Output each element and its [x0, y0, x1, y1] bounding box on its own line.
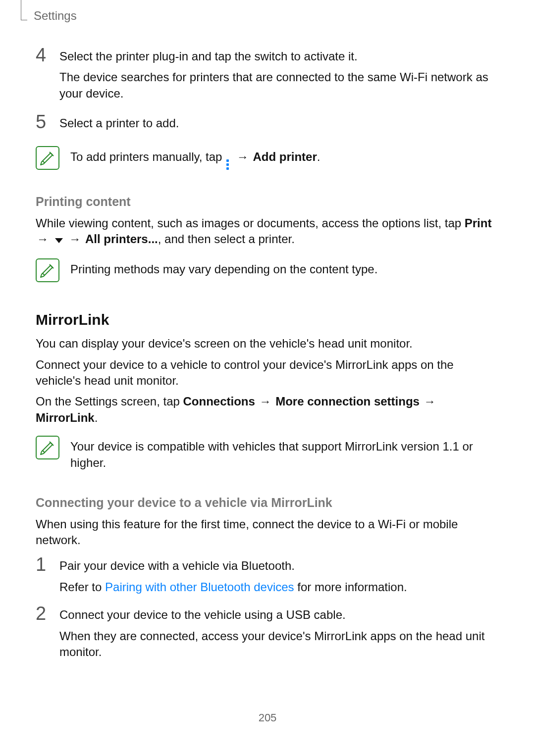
- page-number: 205: [0, 710, 535, 725]
- text: On the Settings screen, tap: [36, 395, 183, 408]
- page-header: Settings: [36, 0, 499, 30]
- text: .: [317, 150, 321, 163]
- step-4: 4 Select the printer plug-in and tap the…: [36, 49, 499, 101]
- step-text: Connect your device to the vehicle using…: [59, 607, 499, 623]
- step-body: Pair your device with a vehicle via Blue…: [59, 558, 499, 595]
- step-text: Select a printer to add.: [59, 115, 499, 131]
- text: , and then select a printer.: [158, 232, 295, 246]
- bold-text: Add printer: [253, 150, 317, 163]
- step-body: Connect your device to the vehicle using…: [59, 607, 499, 660]
- arrow-icon: →: [69, 232, 81, 246]
- arrow-icon: →: [424, 395, 436, 408]
- heading-mirrorlink: MirrorLink: [36, 310, 499, 330]
- step-text: Refer to Pairing with other Bluetooth de…: [59, 579, 499, 595]
- arrow-icon: →: [260, 395, 271, 408]
- note-print-methods: Printing methods may vary depending on t…: [36, 258, 499, 282]
- dropdown-icon: [54, 232, 64, 248]
- step-body: Select a printer to add.: [59, 115, 499, 131]
- step-5: 5 Select a printer to add.: [36, 115, 499, 134]
- step-text: Pair your device with a vehicle via Blue…: [59, 558, 499, 574]
- link-bluetooth-pairing[interactable]: Pairing with other Bluetooth devices: [105, 580, 294, 594]
- bold-text: MirrorLink: [36, 411, 95, 424]
- step-text: Select the printer plug-in and tap the s…: [59, 49, 499, 64]
- text: for more information.: [294, 580, 407, 594]
- pencil-icon: [40, 150, 55, 166]
- paragraph: While viewing content, such as images or…: [36, 215, 499, 249]
- step-number: 1: [36, 555, 49, 574]
- note-icon: [36, 436, 59, 459]
- subheading-connect-vehicle: Connecting your device to a vehicle via …: [36, 495, 499, 511]
- bold-text: More connection settings: [275, 395, 420, 408]
- pencil-icon: [40, 440, 55, 455]
- step-1: 1 Pair your device with a vehicle via Bl…: [36, 558, 499, 595]
- paragraph: You can display your device's screen on …: [36, 336, 499, 352]
- svg-marker-0: [55, 238, 63, 243]
- text: Refer to: [59, 580, 105, 594]
- arrow-icon: →: [37, 232, 49, 246]
- paragraph: When using this feature for the first ti…: [36, 516, 499, 549]
- step-number: 5: [36, 112, 49, 131]
- note-text: To add printers manually, tap → Add prin…: [70, 146, 499, 170]
- paragraph: Connect your device to a vehicle to cont…: [36, 357, 499, 389]
- note-icon: [36, 146, 59, 170]
- bold-text: Connections: [183, 395, 255, 408]
- note-icon: [36, 258, 59, 282]
- arrow-icon: →: [237, 150, 249, 163]
- subheading-printing-content: Printing content: [36, 194, 499, 210]
- note-text: Your device is compatible with vehicles …: [70, 436, 499, 471]
- step-number: 4: [36, 46, 49, 64]
- bold-text: Print: [465, 216, 492, 230]
- text: .: [95, 411, 98, 424]
- text: While viewing content, such as images or…: [36, 216, 465, 230]
- note-mirrorlink-version: Your device is compatible with vehicles …: [36, 436, 499, 471]
- text: To add printers manually, tap: [70, 150, 225, 163]
- more-options-icon: [226, 159, 231, 170]
- step-body: Select the printer plug-in and tap the s…: [59, 49, 499, 101]
- header-tick: [21, 0, 27, 20]
- header-title: Settings: [34, 8, 77, 24]
- step-2: 2 Connect your device to the vehicle usi…: [36, 607, 499, 660]
- step-text: When they are connected, access your dev…: [59, 628, 499, 660]
- paragraph: On the Settings screen, tap Connections …: [36, 394, 499, 426]
- note-text: Printing methods may vary depending on t…: [70, 258, 499, 277]
- note-add-printer: To add printers manually, tap → Add prin…: [36, 146, 499, 170]
- bold-text: All printers...: [85, 232, 158, 246]
- step-text: The device searches for printers that ar…: [59, 69, 499, 101]
- pencil-icon: [40, 262, 55, 278]
- step-number: 2: [36, 604, 49, 623]
